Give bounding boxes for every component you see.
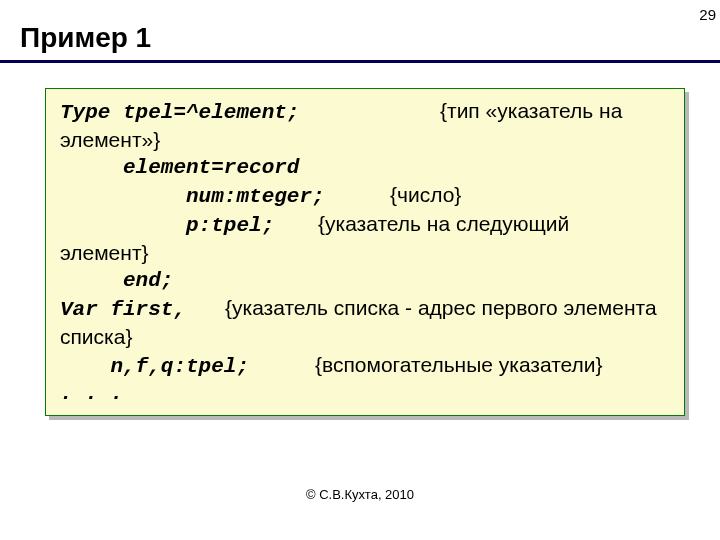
code-comment: элемент»} [60, 126, 670, 153]
code-text: num:mteger; [60, 183, 390, 210]
code-block: Type tpel=^element;{тип «указатель на эл… [45, 88, 685, 416]
code-text: p:tpel; [60, 212, 318, 239]
code-line: p:tpel;{указатель на следующий [60, 210, 670, 239]
code-comment: {указатель на следующий [318, 212, 569, 235]
code-comment: {тип «указатель на [440, 99, 622, 122]
code-line: n,f,q:tpel;{вспомогательные указатели} [60, 351, 670, 380]
footer-copyright: © С.В.Кухта, 2010 [0, 487, 720, 502]
code-text: end; [60, 267, 670, 294]
code-text: n,f,q:tpel; [60, 353, 315, 380]
code-comment: списка} [60, 323, 670, 350]
code-text: Type tpel=^element; [60, 99, 440, 126]
code-block-container: Type tpel=^element;{тип «указатель на эл… [45, 88, 685, 416]
code-line: Type tpel=^element;{тип «указатель на [60, 97, 670, 126]
page-title: Пример 1 [0, 0, 720, 60]
code-comment: {число} [390, 183, 461, 206]
code-comment: элемент} [60, 239, 670, 266]
code-comment: {указатель списка - адрес первого элемен… [225, 296, 657, 319]
page-number: 29 [699, 6, 716, 23]
title-divider [0, 60, 720, 63]
code-comment: {вспомогательные указатели} [315, 353, 603, 376]
code-text: . . . [60, 380, 670, 407]
code-line: Var first,{указатель списка - адрес перв… [60, 294, 670, 323]
code-text: element=record [60, 154, 670, 181]
code-line: num:mteger;{число} [60, 181, 670, 210]
code-text: Var first, [60, 296, 225, 323]
